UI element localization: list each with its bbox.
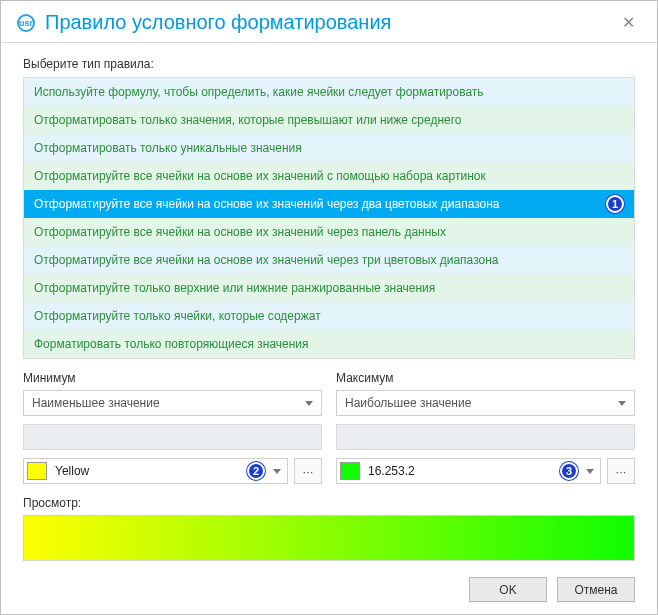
ok-button[interactable]: OK [469, 577, 547, 602]
rule-type-list[interactable]: Используйте формулу, чтобы определить, к… [23, 77, 635, 359]
min-type-dropdown[interactable]: Наименьшее значение [23, 390, 322, 416]
rule-item[interactable]: Форматировать только повторяющиеся значе… [24, 330, 634, 358]
max-type-value: Наибольшее значение [345, 396, 471, 410]
max-color-row: 16.253.2 3 ··· [336, 458, 635, 484]
chevron-down-icon [618, 401, 626, 406]
rule-item[interactable]: Отформатируйте все ячейки на основе их з… [24, 190, 634, 218]
rule-item[interactable]: Отформатируйте все ячейки на основе их з… [24, 246, 634, 274]
rule-type-label: Выберите тип правила: [23, 57, 635, 71]
max-label: Максимум [336, 371, 635, 385]
max-column: Максимум Наибольшее значение 16.253.2 3 … [336, 371, 635, 484]
min-color-row: Yellow 2 ··· [23, 458, 322, 484]
rule-item[interactable]: Используйте формулу, чтобы определить, к… [24, 78, 634, 106]
chevron-down-icon [305, 401, 313, 406]
min-column: Минимум Наименьшее значение Yellow 2 ··· [23, 371, 322, 484]
dialog-title: Правило условного форматирования [45, 11, 616, 34]
rule-item[interactable]: Отформатируйте только ячейки, которые со… [24, 302, 634, 330]
max-color-picker[interactable]: 16.253.2 3 [336, 458, 601, 484]
dialog-window: usr Правило условного форматирования ✕ В… [0, 0, 658, 615]
close-button[interactable]: ✕ [616, 11, 641, 34]
max-color-name: 16.253.2 [368, 464, 552, 478]
min-color-more-button[interactable]: ··· [294, 458, 322, 484]
dialog-body: Выберите тип правила: Используйте формул… [1, 43, 657, 575]
min-color-name: Yellow [55, 464, 239, 478]
callout-badge-3: 3 [560, 462, 578, 480]
preview-gradient [23, 515, 635, 561]
min-max-row: Минимум Наименьшее значение Yellow 2 ··· [23, 371, 635, 484]
cancel-button[interactable]: Отмена [557, 577, 635, 602]
max-value-input [336, 424, 635, 450]
titlebar: usr Правило условного форматирования ✕ [1, 1, 657, 43]
min-label: Минимум [23, 371, 322, 385]
max-color-more-button[interactable]: ··· [607, 458, 635, 484]
callout-badge-2: 2 [247, 462, 265, 480]
max-color-swatch [340, 462, 360, 480]
rule-item[interactable]: Отформатируйте только верхние или нижние… [24, 274, 634, 302]
min-color-swatch [27, 462, 47, 480]
rule-item[interactable]: Отформатируйте все ячейки на основе их з… [24, 162, 634, 190]
chevron-down-icon [273, 469, 281, 474]
callout-badge-1: 1 [606, 195, 624, 213]
app-icon: usr [17, 14, 35, 32]
chevron-down-icon [586, 469, 594, 474]
rule-item[interactable]: Отформатируйте все ячейки на основе их з… [24, 218, 634, 246]
max-type-dropdown[interactable]: Наибольшее значение [336, 390, 635, 416]
rule-item[interactable]: Отформатировать только уникальные значен… [24, 134, 634, 162]
min-color-picker[interactable]: Yellow 2 [23, 458, 288, 484]
rule-item[interactable]: Отформатировать только значения, которые… [24, 106, 634, 134]
min-value-input [23, 424, 322, 450]
min-type-value: Наименьшее значение [32, 396, 160, 410]
preview-label: Просмотр: [23, 496, 635, 510]
dialog-footer: OK Отмена [469, 577, 635, 602]
